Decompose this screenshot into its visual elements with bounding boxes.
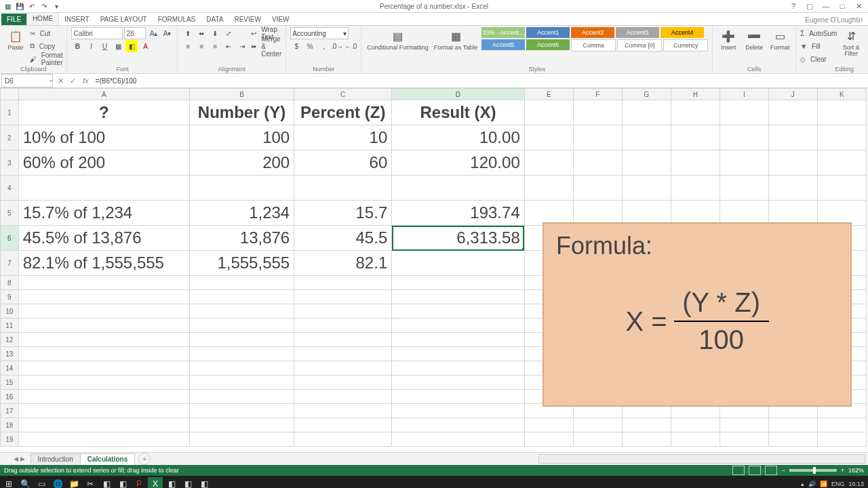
row-header[interactable]: 2 [1, 125, 19, 150]
tray-network-icon[interactable]: 📶 [820, 481, 827, 487]
cell[interactable] [392, 319, 525, 333]
cell[interactable] [719, 150, 768, 176]
cell[interactable] [768, 100, 817, 125]
cell[interactable] [294, 361, 392, 375]
col-header-J[interactable]: J [768, 89, 817, 100]
cell[interactable]: 100 [189, 125, 294, 150]
cell[interactable] [392, 418, 525, 432]
cell[interactable]: 200 [189, 150, 294, 176]
italic-button[interactable]: I [85, 40, 97, 52]
row-header[interactable]: 12 [1, 333, 19, 347]
cell[interactable] [622, 150, 671, 176]
cell[interactable]: 1,234 [189, 201, 294, 226]
format-painter-button[interactable]: 🖌 Format Painter [30, 53, 62, 65]
cell[interactable] [573, 201, 622, 226]
cell[interactable] [392, 304, 525, 319]
row-header[interactable]: 1 [1, 100, 19, 125]
tab-home[interactable]: HOME [26, 12, 59, 25]
paste-button[interactable]: 📋 Paste [4, 27, 27, 52]
cell[interactable] [392, 333, 525, 347]
cell[interactable] [768, 432, 817, 447]
bold-button[interactable]: B [71, 40, 83, 52]
cell[interactable] [719, 125, 768, 150]
cell[interactable] [189, 176, 294, 201]
col-header-F[interactable]: F [573, 89, 622, 100]
edge-icon[interactable]: 🌐 [50, 477, 65, 488]
cell[interactable] [392, 390, 525, 404]
app4-icon[interactable]: ◧ [180, 477, 195, 488]
cell[interactable] [189, 390, 294, 404]
cell[interactable] [392, 347, 525, 361]
cell[interactable] [573, 432, 622, 447]
cell[interactable]: 10% of 100 [18, 125, 189, 150]
cell[interactable]: 1,555,555 [189, 251, 294, 276]
indent-increase-icon[interactable]: ⇥ [236, 40, 248, 52]
normal-view-icon[interactable] [732, 466, 745, 475]
save-icon[interactable]: 💾 [15, 1, 24, 11]
tray-lang[interactable]: ENG [831, 481, 845, 487]
excel-taskbar-icon[interactable]: X [148, 477, 163, 488]
cell[interactable] [189, 375, 294, 390]
cell[interactable] [622, 418, 671, 432]
row-header[interactable]: 14 [1, 361, 19, 375]
cell-style-pill[interactable]: Accent3 [616, 27, 659, 38]
cell[interactable] [294, 404, 392, 418]
cell-style-pill[interactable]: Accent1 [526, 27, 570, 38]
cell[interactable] [189, 319, 294, 333]
formula-callout-shape[interactable]: Formula: X = (Y * Z) 100 [542, 222, 852, 407]
row-header[interactable]: 5 [1, 201, 19, 226]
cell[interactable] [524, 125, 573, 150]
cell[interactable] [294, 418, 392, 432]
cut-button[interactable]: ✂ Cut [30, 27, 62, 39]
cell[interactable] [817, 150, 866, 176]
row-header[interactable]: 7 [1, 251, 19, 276]
cell[interactable] [18, 375, 189, 390]
tab-file[interactable]: FILE [1, 14, 26, 25]
align-middle-icon[interactable]: ⬌ [195, 27, 208, 39]
cell[interactable] [189, 304, 294, 319]
tray-volume-icon[interactable]: 🔊 [808, 481, 816, 487]
cell-style-pill[interactable]: Accent5 [481, 39, 525, 50]
row-header[interactable]: 17 [1, 404, 19, 418]
select-all-corner[interactable] [1, 89, 19, 100]
currency-icon[interactable]: $ [290, 40, 302, 52]
cell[interactable] [189, 347, 294, 361]
row-header[interactable]: 3 [1, 150, 19, 176]
cell[interactable] [573, 125, 622, 150]
cell[interactable] [392, 276, 525, 290]
cell[interactable] [392, 432, 525, 447]
page-break-view-icon[interactable] [765, 466, 777, 475]
cell[interactable] [18, 333, 189, 347]
merge-center-button[interactable]: ⬌ Merge & Center [251, 40, 281, 52]
col-header-H[interactable]: H [671, 89, 719, 100]
close-icon[interactable]: ✕ [852, 2, 865, 11]
cell[interactable]: 15.7 [294, 201, 392, 226]
autosum-button[interactable]: Σ AutoSum [800, 27, 837, 39]
cell-style-pill[interactable]: 20% - Accent... [481, 27, 525, 38]
cell[interactable]: 13,876 [189, 226, 294, 251]
undo-icon[interactable]: ↶ [27, 1, 37, 11]
align-center-icon[interactable]: ≡ [195, 40, 208, 52]
horizontal-scrollbar[interactable] [538, 454, 865, 464]
cell[interactable] [18, 319, 189, 333]
cell[interactable]: Result (X) [392, 100, 525, 125]
font-size-select[interactable]: 28 [124, 27, 146, 39]
align-bottom-icon[interactable]: ⬇ [209, 27, 221, 39]
align-top-icon[interactable]: ⬆ [182, 27, 194, 39]
orientation-icon[interactable]: ⤢ [222, 27, 235, 39]
tab-formulas[interactable]: FORMULAS [153, 14, 201, 25]
cell[interactable]: 82.1% of 1,555,555 [18, 251, 189, 276]
cell[interactable] [294, 276, 392, 290]
cell[interactable]: 120.00 [392, 150, 525, 176]
cell[interactable] [671, 125, 719, 150]
task-view-icon[interactable]: ▭ [34, 477, 49, 488]
search-icon[interactable]: 🔍 [18, 477, 33, 488]
find-select-button[interactable]: 🔍Find & Select [865, 27, 868, 58]
cell[interactable]: 10.00 [392, 125, 525, 150]
cell[interactable] [392, 361, 525, 375]
cell[interactable] [817, 100, 866, 125]
cell[interactable]: 45.5% of 13,876 [18, 226, 189, 251]
cell[interactable] [189, 333, 294, 347]
cell[interactable] [671, 100, 719, 125]
col-header-B[interactable]: B [189, 89, 294, 100]
